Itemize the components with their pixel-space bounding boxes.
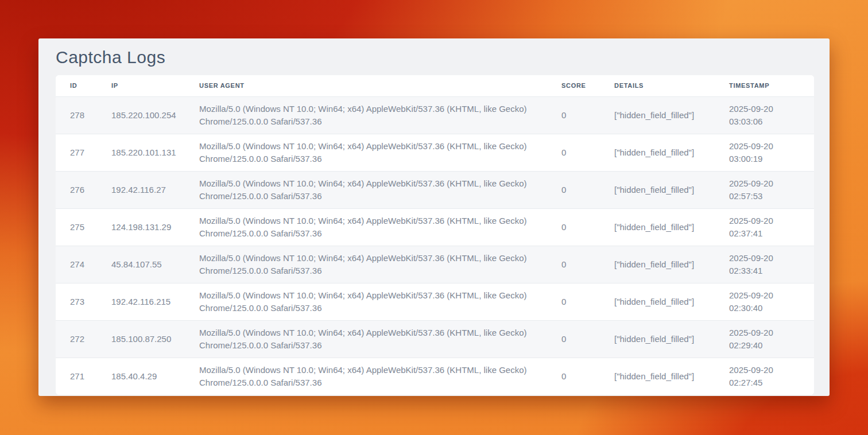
table-row: 271 185.40.4.29 Mozilla/5.0 (Windows NT …	[56, 358, 814, 395]
cell-ip: 185.100.87.250	[111, 320, 199, 358]
cell-id: 274	[56, 246, 111, 283]
cell-details: ["hidden_field_filled"]	[614, 134, 729, 171]
cell-details: ["hidden_field_filled"]	[614, 171, 729, 208]
cell-details: ["hidden_field_filled"]	[614, 320, 729, 358]
cell-score: 0	[561, 283, 614, 320]
cell-ip: 192.42.116.27	[111, 171, 199, 208]
cell-details: ["hidden_field_filled"]	[614, 283, 729, 320]
cell-ip: 185.220.100.254	[111, 96, 199, 134]
cell-id: 278	[56, 96, 111, 134]
cell-user-agent: Mozilla/5.0 (Windows NT 10.0; Win64; x64…	[199, 283, 561, 320]
cell-user-agent: Mozilla/5.0 (Windows NT 10.0; Win64; x64…	[199, 171, 561, 208]
cell-id: 273	[56, 283, 111, 320]
table-row: 272 185.100.87.250 Mozilla/5.0 (Windows …	[56, 320, 814, 358]
cell-timestamp: 2025-09-20 03:03:06	[729, 96, 814, 134]
captcha-logs-card: Captcha Logs ID IP USER AGENT SCORE DETA…	[38, 38, 830, 396]
cell-score: 0	[561, 358, 614, 395]
cell-ip: 45.84.107.55	[111, 246, 199, 283]
cell-timestamp: 2025-09-20 02:57:53	[729, 171, 814, 208]
cell-details: ["hidden_field_filled"]	[614, 246, 729, 283]
cell-ip: 192.42.116.215	[111, 283, 199, 320]
cell-id: 275	[56, 208, 111, 246]
cell-id: 277	[56, 134, 111, 171]
table-header-row: ID IP USER AGENT SCORE DETAILS TIMESTAMP	[56, 75, 814, 96]
cell-score: 0	[561, 171, 614, 208]
cell-details: ["hidden_field_filled"]	[614, 358, 729, 395]
table-row: 277 185.220.101.131 Mozilla/5.0 (Windows…	[56, 134, 814, 171]
cell-user-agent: Mozilla/5.0 (Windows NT 10.0; Win64; x64…	[199, 208, 561, 246]
cell-score: 0	[561, 96, 614, 134]
column-header-user-agent: USER AGENT	[199, 75, 561, 96]
cell-timestamp: 2025-09-20 02:30:40	[729, 283, 814, 320]
cell-id: 272	[56, 320, 111, 358]
cell-score: 0	[561, 134, 614, 171]
column-header-timestamp: TIMESTAMP	[729, 75, 814, 96]
column-header-ip: IP	[111, 75, 199, 96]
table-row: 273 192.42.116.215 Mozilla/5.0 (Windows …	[56, 283, 814, 320]
cell-timestamp: 2025-09-20 03:00:19	[729, 134, 814, 171]
cell-score: 0	[561, 208, 614, 246]
cell-timestamp: 2025-09-20 02:33:41	[729, 246, 814, 283]
table-row: 275 124.198.131.29 Mozilla/5.0 (Windows …	[56, 208, 814, 246]
cell-user-agent: Mozilla/5.0 (Windows NT 10.0; Win64; x64…	[199, 134, 561, 171]
column-header-details: DETAILS	[614, 75, 729, 96]
column-header-score: SCORE	[561, 75, 614, 96]
table-row: 278 185.220.100.254 Mozilla/5.0 (Windows…	[56, 96, 814, 134]
cell-score: 0	[561, 320, 614, 358]
cell-timestamp: 2025-09-20 02:37:41	[729, 208, 814, 246]
cell-user-agent: Mozilla/5.0 (Windows NT 10.0; Win64; x64…	[199, 358, 561, 395]
cell-user-agent: Mozilla/5.0 (Windows NT 10.0; Win64; x64…	[199, 246, 561, 283]
table-header: ID IP USER AGENT SCORE DETAILS TIMESTAMP	[56, 75, 814, 96]
cell-ip: 185.40.4.29	[111, 358, 199, 395]
cell-timestamp: 2025-09-20 02:27:45	[729, 358, 814, 395]
table-row: 276 192.42.116.27 Mozilla/5.0 (Windows N…	[56, 171, 814, 208]
cell-score: 0	[561, 246, 614, 283]
logs-table-body: 278 185.220.100.254 Mozilla/5.0 (Windows…	[56, 96, 814, 395]
logs-table: ID IP USER AGENT SCORE DETAILS TIMESTAMP…	[56, 75, 814, 395]
cell-user-agent: Mozilla/5.0 (Windows NT 10.0; Win64; x64…	[199, 320, 561, 358]
cell-details: ["hidden_field_filled"]	[614, 96, 729, 134]
cell-timestamp: 2025-09-20 02:29:40	[729, 320, 814, 358]
cell-id: 276	[56, 171, 111, 208]
cell-ip: 124.198.131.29	[111, 208, 199, 246]
cell-id: 271	[56, 358, 111, 395]
table-row: 274 45.84.107.55 Mozilla/5.0 (Windows NT…	[56, 246, 814, 283]
cell-details: ["hidden_field_filled"]	[614, 208, 729, 246]
page-title: Captcha Logs	[56, 47, 830, 68]
cell-user-agent: Mozilla/5.0 (Windows NT 10.0; Win64; x64…	[199, 96, 561, 134]
logs-table-container[interactable]: ID IP USER AGENT SCORE DETAILS TIMESTAMP…	[56, 75, 814, 395]
cell-ip: 185.220.101.131	[111, 134, 199, 171]
column-header-id: ID	[56, 75, 111, 96]
